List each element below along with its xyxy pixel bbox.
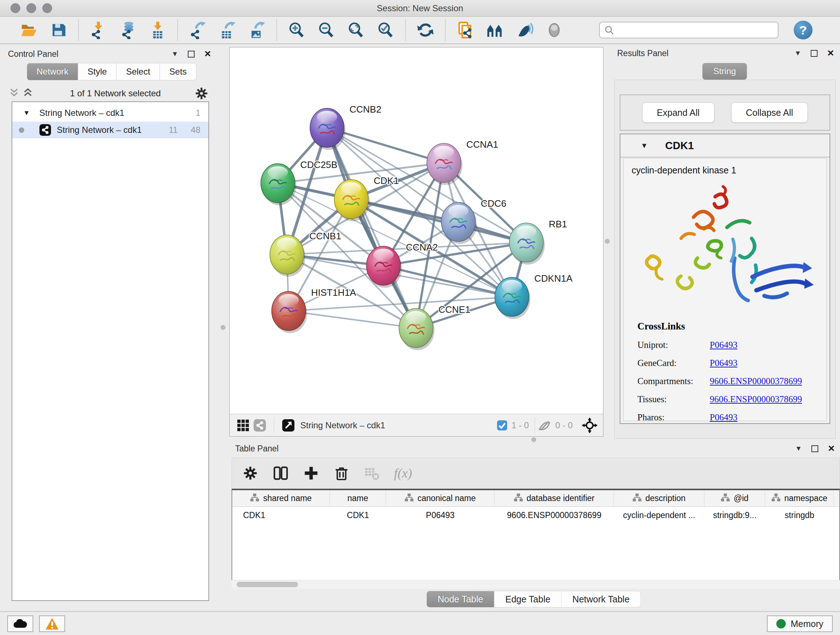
panel-close-icon[interactable]: ✕ xyxy=(828,443,835,454)
hidden-counts: 0 - 0 xyxy=(555,420,573,431)
panel-close-icon[interactable]: ✕ xyxy=(827,48,834,58)
network-node-ccnb2[interactable]: CCNB2 xyxy=(310,104,381,150)
network-edge[interactable] xyxy=(289,311,416,328)
column-header-canonical-name[interactable]: canonical name xyxy=(386,490,494,507)
delete-column-icon[interactable] xyxy=(333,465,350,481)
network-tree: ▼ String Network – cdk1 1 String Network… xyxy=(11,101,209,601)
refresh-layout-icon[interactable] xyxy=(415,20,436,40)
crosslink-link[interactable]: 9606.ENSP00000378699 xyxy=(710,394,802,404)
splitter-handle[interactable] xyxy=(221,325,225,330)
crosslink-link[interactable]: P06493 xyxy=(710,340,737,350)
table-hscrollbar[interactable] xyxy=(232,580,840,589)
graphics-details-icon[interactable] xyxy=(515,20,535,40)
column-header-shared-name[interactable]: shared name xyxy=(232,490,330,507)
eye-icon[interactable] xyxy=(544,20,564,40)
tab-sets[interactable]: Sets xyxy=(160,63,196,80)
tab-network-table[interactable]: Network Table xyxy=(561,591,641,608)
node-label: CCNB2 xyxy=(349,104,381,115)
import-database-icon[interactable] xyxy=(118,20,138,40)
help-icon[interactable]: ? xyxy=(794,21,813,40)
splitter-handle[interactable] xyxy=(605,239,609,244)
panel-float-icon[interactable] xyxy=(811,50,818,57)
binoculars-icon[interactable] xyxy=(485,20,505,40)
panel-menu-icon[interactable]: ▼ xyxy=(172,50,178,58)
panel-menu-icon[interactable]: ▼ xyxy=(794,49,801,57)
column-header--id[interactable]: @id xyxy=(704,490,765,507)
zoom-fit-icon[interactable] xyxy=(346,20,366,40)
column-header-database-identifier[interactable]: database identifier xyxy=(494,490,614,507)
tab-select[interactable]: Select xyxy=(117,63,160,80)
network-node-cdk1[interactable]: CDK1 xyxy=(334,175,399,221)
cytoscape-window: Session: New Session ? Control Panel ▼ ✕ xyxy=(0,0,840,635)
panel-close-icon[interactable]: ✕ xyxy=(204,49,211,59)
tab-network[interactable]: Network xyxy=(27,63,78,80)
network-node-count: 11 xyxy=(169,125,178,135)
crosslinks-block: CrossLinks Uniprot:P06493GeneCard:P06493… xyxy=(638,321,802,423)
tab-node-table[interactable]: Node Table xyxy=(426,591,494,608)
hscroll-thumb[interactable] xyxy=(237,582,298,587)
network-node-ccna1[interactable]: CCNA1 xyxy=(427,139,498,185)
column-header-description[interactable]: description xyxy=(614,490,704,507)
crosslink-link[interactable]: 9606.ENSP00000378699 xyxy=(710,376,802,386)
grid-view-icon[interactable] xyxy=(235,417,251,434)
crosslink-link[interactable]: P06493 xyxy=(710,358,737,368)
crosslink-link[interactable]: P06493 xyxy=(710,412,737,423)
selected-counts: 1 - 0 xyxy=(512,420,529,431)
network-collection-row[interactable]: ▼ String Network – cdk1 1 xyxy=(12,105,208,121)
save-session-icon[interactable] xyxy=(49,20,69,40)
network-node-cdc6[interactable]: CDC6 xyxy=(441,198,507,244)
expand-all-button[interactable]: Expand All xyxy=(642,103,714,123)
collapse-all-button[interactable]: Collapse All xyxy=(731,103,808,123)
hidden-eye-icon[interactable] xyxy=(537,419,552,432)
share-network-icon[interactable] xyxy=(251,417,268,434)
import-network-icon[interactable] xyxy=(88,20,109,40)
table-row[interactable]: CDK1CDK1P064939606.ENSP00000378699cyclin… xyxy=(232,507,839,524)
cloud-button[interactable] xyxy=(7,616,33,632)
export-table-icon[interactable] xyxy=(217,20,237,40)
warning-icon xyxy=(45,617,59,630)
string-app-icon xyxy=(39,124,52,136)
gear-icon[interactable] xyxy=(195,87,208,100)
network-node-cdc25b[interactable]: CDC25B xyxy=(261,159,338,205)
copy-style-icon[interactable] xyxy=(455,20,475,40)
cdk1-section-header[interactable]: ▼ CDK1 xyxy=(621,134,829,157)
network-row[interactable]: String Network – cdk1 11 48 xyxy=(12,122,208,138)
search-input[interactable] xyxy=(599,22,778,38)
section-expander-icon[interactable]: ▼ xyxy=(641,141,648,150)
add-column-icon[interactable] xyxy=(303,465,319,481)
network-canvas[interactable]: CCNB2 CCNA1 CDC25B CDK1 xyxy=(230,48,603,414)
collapse-all-icon[interactable] xyxy=(9,88,22,99)
column-label: shared name xyxy=(263,494,311,503)
network-node-cdkn1a[interactable]: CDKN1A xyxy=(495,273,573,319)
open-file-icon[interactable] xyxy=(19,20,39,40)
warning-button[interactable] xyxy=(39,616,65,632)
column-header-namespace[interactable]: namespace xyxy=(765,490,834,507)
expand-all-icon[interactable] xyxy=(22,88,36,99)
splitter-handle[interactable] xyxy=(531,437,536,442)
export-image-icon[interactable] xyxy=(247,20,267,40)
memory-button[interactable]: Memory xyxy=(767,616,833,632)
tab-edge-table[interactable]: Edge Table xyxy=(494,591,562,608)
zoom-selected-icon[interactable] xyxy=(376,20,396,40)
zoom-in-icon[interactable] xyxy=(286,20,307,40)
birdseye-icon[interactable] xyxy=(581,417,598,434)
collection-expander-icon[interactable]: ▼ xyxy=(23,109,30,117)
panel-float-icon[interactable] xyxy=(188,51,195,57)
export-network-icon[interactable] xyxy=(187,20,208,40)
tab-style[interactable]: Style xyxy=(78,63,117,80)
table-cell: stringdb:9... xyxy=(704,507,765,524)
zoom-out-icon[interactable] xyxy=(316,20,336,40)
open-window-icon[interactable] xyxy=(280,417,297,434)
selected-checkbox-icon[interactable] xyxy=(496,420,508,431)
panel-menu-icon[interactable]: ▼ xyxy=(795,445,802,453)
network-edge[interactable] xyxy=(327,128,416,328)
toggle-columns-icon[interactable] xyxy=(272,465,289,481)
import-table-icon[interactable] xyxy=(148,20,168,40)
panel-float-icon[interactable] xyxy=(812,445,818,452)
network-node-ccne1[interactable]: CCNE1 xyxy=(399,304,470,350)
crosslink-label: Tissues: xyxy=(638,394,710,404)
tab-string[interactable]: String xyxy=(703,63,747,80)
network-node-rb1[interactable]: RB1 xyxy=(509,219,567,264)
column-header-name[interactable]: name xyxy=(330,490,386,507)
table-gear-icon[interactable] xyxy=(242,465,259,481)
